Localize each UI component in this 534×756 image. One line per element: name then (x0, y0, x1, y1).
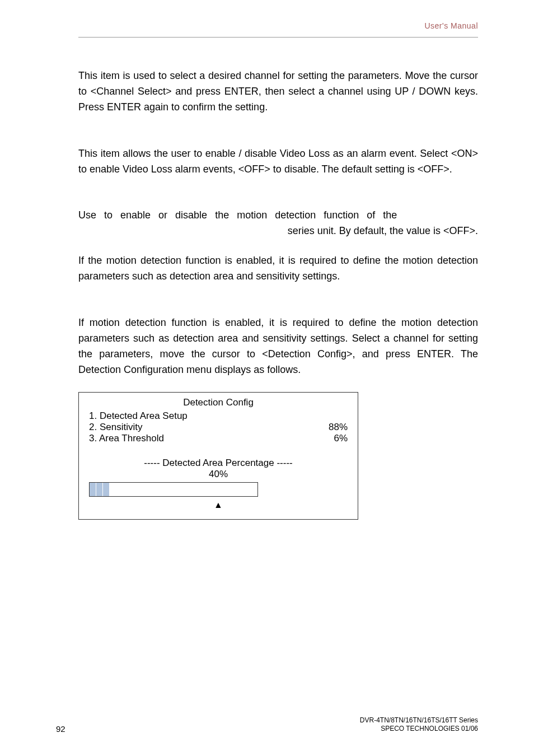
footer-line1: DVR-4TN/8TN/16TN/16TS/16TT Series (360, 716, 478, 725)
paragraph-video-loss: This item allows the user to enable / di… (78, 146, 478, 178)
progress-segment (96, 483, 103, 496)
config-item-3-value: 6% (334, 433, 348, 444)
page-footer: 92 DVR-4TN/8TN/16TN/16TS/16TT Series SPE… (56, 716, 478, 734)
paragraph-detection-config: If motion detection function is enabled,… (78, 315, 478, 378)
config-percent: 40% (79, 469, 358, 480)
config-subtitle: ----- Detected Area Percentage ----- (79, 458, 358, 469)
motion-line2-text: series unit. By default, the value is <O… (78, 223, 478, 239)
paragraph-motion-required: If the motion detection function is enab… (78, 253, 478, 284)
motion-line1-text: Use to enable or disable the motion dete… (78, 208, 397, 223)
config-item-2-label: 2. Sensitivity (89, 422, 142, 433)
progress-bar (89, 482, 258, 497)
paragraph-motion-enable: Use to enable or disable the motion dete… (78, 208, 478, 239)
up-arrow-icon: ▲ (79, 500, 358, 510)
footer-right: DVR-4TN/8TN/16TN/16TS/16TT Series SPECO … (360, 716, 478, 734)
progress-segment (103, 483, 110, 496)
header-rule (78, 37, 478, 38)
detection-config-box: Detection Config 1. Detected Area Setup … (78, 392, 358, 520)
config-item-3-label: 3. Area Threshold (89, 433, 164, 444)
progress-segment (90, 483, 96, 496)
footer-line2: SPECO TECHNOLOGIES 01/06 (360, 725, 478, 734)
page-container: User's Manual This item is used to selec… (0, 0, 534, 756)
config-item-2-value: 88% (329, 422, 348, 433)
header-right: User's Manual (78, 21, 478, 30)
config-item-2: 2. Sensitivity 88% (79, 422, 358, 433)
paragraph-channel-select: This item is used to select a desired ch… (78, 68, 478, 115)
config-item-3: 3. Area Threshold 6% (79, 433, 358, 444)
page-number: 92 (56, 724, 65, 734)
config-title: Detection Config (79, 397, 358, 408)
config-item-1: 1. Detected Area Setup (79, 410, 358, 422)
